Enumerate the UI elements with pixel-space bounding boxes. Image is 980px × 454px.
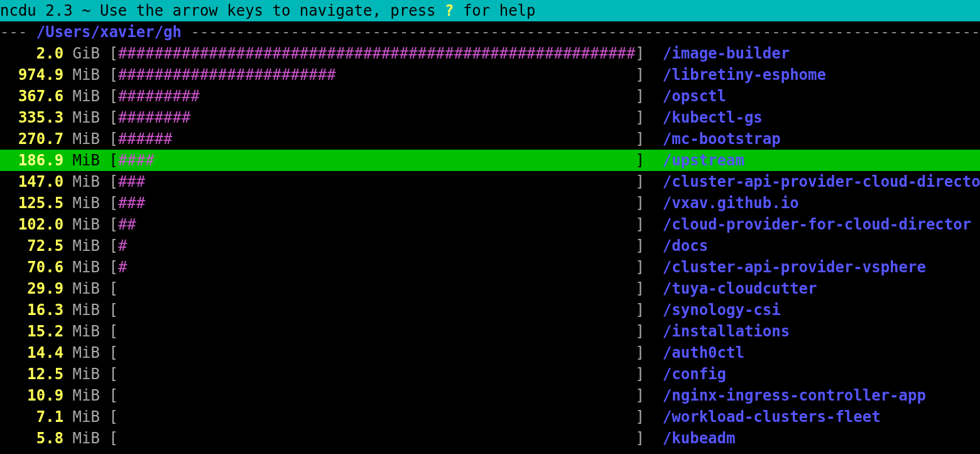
bar-open-bracket: [ [109, 237, 117, 255]
usage-bar: ######## [118, 109, 191, 126]
bar-open-bracket: [ [109, 280, 117, 297]
list-item[interactable]: 974.9 MiB [######################## ] /l… [0, 64, 980, 86]
bar-close-bracket: ] [635, 344, 644, 362]
usage-bar: ### [118, 173, 145, 191]
list-item[interactable]: 367.6 MiB [######### ] /opsctl [0, 86, 980, 107]
size-value: 367.6 [0, 87, 63, 105]
bar-open-bracket: [ [109, 87, 117, 105]
size-value: 14.4 [0, 344, 63, 362]
size-unit: MiB [73, 109, 100, 126]
bar-open-bracket: [ [109, 152, 117, 169]
list-item[interactable]: 12.5 MiB [ ] /config [0, 363, 980, 385]
entry-name: /upstream [663, 152, 744, 169]
entry-name: /docs [663, 237, 708, 255]
size-unit: MiB [73, 387, 100, 404]
list-item[interactable]: 270.7 MiB [###### ] /mc-bootstrap [0, 128, 980, 150]
usage-bar-pad [118, 280, 636, 297]
bar-close-bracket: ] [635, 258, 644, 276]
usage-bar: ###### [118, 130, 173, 148]
size-unit: MiB [73, 429, 100, 447]
usage-bar-pad [118, 387, 636, 404]
list-item[interactable]: 15.2 MiB [ ] /installations [0, 321, 980, 342]
directory-list[interactable]: 2.0 GiB [###############################… [0, 43, 980, 449]
bar-close-bracket: ] [635, 408, 644, 426]
size-value: 335.3 [0, 109, 63, 126]
entry-name: /kubectl-gs [663, 109, 763, 126]
entry-name: /tuya-cloudcutter [663, 280, 817, 297]
size-value: 5.8 [0, 429, 63, 447]
list-item[interactable]: 29.9 MiB [ ] /tuya-cloudcutter [0, 278, 980, 299]
list-item[interactable]: 147.0 MiB [### ] /cluster-api-provider-c… [0, 171, 980, 192]
usage-bar-pad [155, 152, 636, 169]
usage-bar: # [118, 237, 127, 255]
size-unit: GiB [73, 45, 100, 62]
size-value: 102.0 [0, 216, 63, 233]
usage-bar: ### [118, 194, 145, 212]
list-item[interactable]: 72.5 MiB [# ] /docs [0, 235, 980, 257]
usage-bar-pad [118, 408, 636, 426]
bar-close-bracket: ] [636, 173, 645, 191]
path-row: --- /Users/xavier/gh -------------------… [0, 21, 980, 43]
size-unit: MiB [73, 323, 100, 340]
entry-name: /vxav.github.io [663, 194, 799, 212]
bar-close-bracket: ] [636, 130, 645, 148]
entry-name: /installations [663, 323, 790, 340]
list-item[interactable]: 186.9 MiB [#### ] /upstream [0, 150, 980, 171]
header-text: ncdu 2.3 ~ Use the arrow keys to navigat… [0, 2, 445, 19]
size-value: 72.5 [0, 237, 63, 255]
bar-open-bracket: [ [109, 323, 117, 340]
list-item[interactable]: 335.3 MiB [######## ] /kubectl-gs [0, 107, 980, 128]
usage-bar-pad [200, 87, 636, 105]
size-unit: MiB [73, 408, 100, 426]
list-item[interactable]: 102.0 MiB [## ] /cloud-provider-for-clou… [0, 214, 980, 235]
size-unit: MiB [73, 365, 100, 383]
size-value: 7.1 [0, 408, 63, 426]
bar-close-bracket: ] [635, 152, 644, 169]
help-key-hint: ? [445, 2, 454, 19]
size-unit: MiB [73, 66, 100, 84]
list-item[interactable]: 16.3 MiB [ ] /synology-csi [0, 299, 980, 321]
entry-name: /libretiny-esphome [663, 66, 826, 84]
size-unit: MiB [73, 87, 100, 105]
usage-bar: # [118, 258, 127, 276]
bar-open-bracket: [ [109, 109, 117, 126]
bar-open-bracket: [ [109, 216, 117, 233]
current-path: /Users/xavier/gh [36, 23, 182, 41]
list-item[interactable]: 125.5 MiB [### ] /vxav.github.io [0, 192, 980, 214]
list-item[interactable]: 14.4 MiB [ ] /auth0ctl [0, 342, 980, 363]
bar-open-bracket: [ [109, 429, 117, 447]
usage-bar-pad [173, 130, 636, 148]
list-item[interactable]: 70.6 MiB [# ] /cluster-api-provider-vsph… [0, 257, 980, 278]
size-value: 15.2 [0, 323, 63, 340]
entry-name: /mc-bootstrap [663, 130, 781, 148]
list-item[interactable]: 7.1 MiB [ ] /workload-clusters-fleet [0, 406, 980, 428]
usage-bar-pad [336, 66, 636, 84]
usage-bar-pad [118, 429, 636, 447]
size-unit: MiB [73, 301, 100, 319]
usage-bar: ## [118, 216, 136, 233]
bar-close-bracket: ] [635, 365, 644, 383]
bar-open-bracket: [ [109, 258, 117, 276]
bar-close-bracket: ] [635, 387, 644, 404]
entry-name: /cloud-provider-for-cloud-director [663, 216, 971, 233]
bar-open-bracket: [ [109, 45, 117, 62]
size-value: 2.0 [0, 45, 63, 62]
size-value: 186.9 [0, 152, 63, 169]
usage-bar: ########################################… [118, 45, 636, 62]
list-item[interactable]: 2.0 GiB [###############################… [0, 43, 980, 64]
header-suffix: for help [454, 2, 535, 19]
entry-name: /synology-csi [663, 301, 781, 319]
bar-close-bracket: ] [636, 194, 645, 212]
entry-name: /opsctl [663, 87, 726, 105]
bar-open-bracket: [ [109, 344, 117, 362]
bar-open-bracket: [ [109, 365, 117, 383]
usage-bar-pad [118, 301, 636, 319]
size-unit: MiB [73, 173, 100, 191]
bar-close-bracket: ] [635, 87, 644, 105]
size-value: 70.6 [0, 258, 63, 276]
bar-close-bracket: ] [635, 66, 644, 84]
list-item[interactable]: 10.9 MiB [ ] /nginx-ingress-controller-a… [0, 385, 980, 406]
list-item[interactable]: 5.8 MiB [ ] /kubeadm [0, 428, 980, 449]
entry-name: /image-builder [663, 45, 790, 62]
size-value: 10.9 [0, 387, 63, 404]
